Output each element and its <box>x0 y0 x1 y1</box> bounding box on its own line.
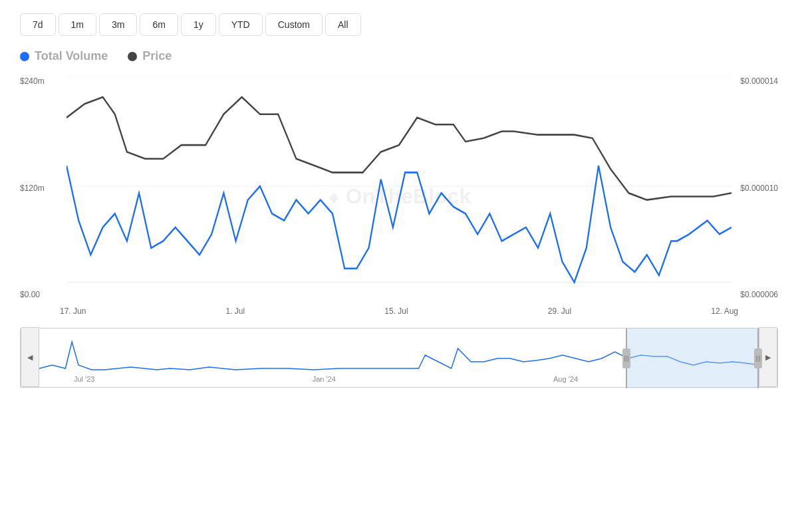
legend-price: Price <box>128 49 172 63</box>
mini-handle-left[interactable]: ||| <box>622 348 630 368</box>
legend-dot-volume <box>20 52 29 61</box>
btn-custom[interactable]: Custom <box>265 13 323 36</box>
x-label-12aug: 12. Aug <box>711 307 738 316</box>
mini-handle-right[interactable]: ||| <box>754 348 762 368</box>
mini-selection-overlay[interactable]: ||| ||| <box>626 329 759 388</box>
x-axis: 17. Jun 1. Jul 15. Jul 29. Jul 12. Aug <box>20 301 778 316</box>
main-chart-svg <box>20 76 778 296</box>
x-label-1jul: 1. Jul <box>226 307 245 316</box>
btn-6m[interactable]: 6m <box>140 13 178 36</box>
btn-ytd[interactable]: YTD <box>219 13 263 36</box>
x-label-15jul: 15. Jul <box>384 307 408 316</box>
legend-total-volume: Total Volume <box>20 49 108 63</box>
mini-x-aug24: Aug '24 <box>553 375 578 383</box>
main-chart-wrapper: $240m $120m $0.00 $0.000014 $0.000010 $0… <box>20 76 778 316</box>
mini-x-jan24: Jan '24 <box>313 375 336 383</box>
x-label-29jul: 29. Jul <box>548 307 571 316</box>
mini-x-jul23: Jul '23 <box>74 375 94 383</box>
btn-7d[interactable]: 7d <box>20 13 56 36</box>
x-label-17jun: 17. Jun <box>60 307 86 316</box>
main-container: 7d 1m 3m 6m 1y YTD Custom All Total Volu… <box>0 0 798 532</box>
legend-dot-price <box>128 52 137 61</box>
chart-legend: Total Volume Price <box>20 49 778 63</box>
btn-3m[interactable]: 3m <box>99 13 137 36</box>
mini-chart-container: ◀ ▶ ||| ||| Jul '23 Jan '24 Aug '24 <box>20 328 778 388</box>
btn-1y[interactable]: 1y <box>181 13 216 36</box>
legend-label-price: Price <box>142 49 172 63</box>
mini-nav-left-button[interactable]: ◀ <box>21 327 39 387</box>
btn-all[interactable]: All <box>325 13 361 36</box>
legend-label-volume: Total Volume <box>35 49 108 63</box>
btn-1m[interactable]: 1m <box>59 13 96 36</box>
time-range-buttons: 7d 1m 3m 6m 1y YTD Custom All <box>20 13 778 36</box>
